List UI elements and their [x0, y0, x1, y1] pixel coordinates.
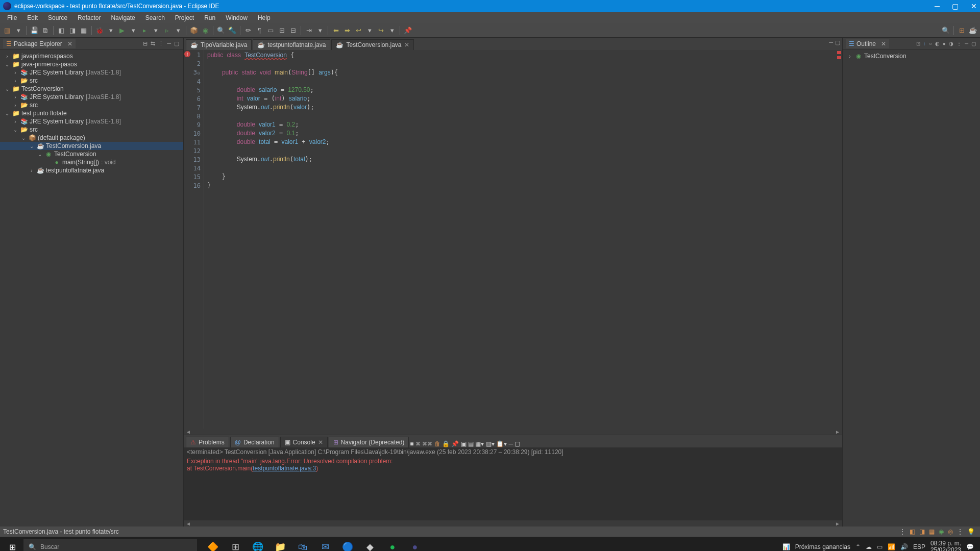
start-button[interactable]: ⊞ [2, 539, 22, 551]
tree-src[interactable]: ›📂src [0, 101, 183, 109]
taskbar-app-eclipse[interactable]: ● [404, 537, 426, 551]
close-icon[interactable]: ✕ [67, 40, 72, 47]
taskbar-app-copilot[interactable]: ◆ [359, 537, 381, 551]
tree-project[interactable]: ⌄📁java-primeros-pasos [0, 60, 183, 68]
editor-tab-active[interactable]: ☕TestConversion.java✕ [331, 39, 413, 50]
remove-launch-button[interactable]: ✖ [415, 440, 421, 447]
weather-icon[interactable]: 📊 [782, 543, 790, 550]
taskbar-app-explorer[interactable]: 📁 [270, 537, 291, 551]
remove-all-button[interactable]: ✖✖ [422, 440, 432, 447]
editor-hscroll[interactable]: ◄► [184, 429, 842, 435]
sort-button[interactable]: ↕ [922, 41, 927, 46]
tray-chevron[interactable]: ⌃ [855, 543, 861, 550]
maximize-view-button[interactable]: ▢ [173, 40, 180, 47]
taskbar-app-spotify[interactable]: ● [382, 537, 403, 551]
run-dropdown[interactable]: ▾ [128, 26, 138, 36]
view-menu-button[interactable]: ⋮ [955, 41, 963, 46]
outline-tab[interactable]: ☰ Outline ✕ [846, 39, 889, 48]
dropdown-icon[interactable]: ▾ [492, 440, 495, 447]
new-button[interactable]: ▥ [2, 26, 12, 36]
toggle-block-button[interactable]: ▭ [265, 26, 276, 36]
open-type-button[interactable]: 🔍 [216, 26, 226, 36]
clear-console-button[interactable]: 🗑 [434, 440, 440, 447]
hide-static-button[interactable]: ◐ [934, 41, 941, 46]
hide-fields-button[interactable]: ○ [928, 41, 933, 46]
volume-icon[interactable]: 🔊 [900, 543, 908, 550]
code-area[interactable]: public class TestConversion { public sta… [204, 50, 842, 429]
maximize-view-button[interactable]: ▢ [970, 41, 977, 46]
toggle-button-3[interactable]: ▦ [79, 26, 89, 36]
status-btn-3[interactable]: ▦ [927, 528, 937, 535]
tree-file[interactable]: ›☕testpuntoflatnate.java [0, 166, 183, 174]
wifi-icon[interactable]: 📶 [888, 543, 895, 550]
menu-navigate[interactable]: Navigate [107, 13, 139, 22]
last-edit-button[interactable]: ↩ [353, 26, 363, 36]
link-editor-button[interactable]: ⇆ [150, 40, 156, 47]
save-all-button[interactable]: 🗎 [40, 26, 51, 36]
console-menu-button[interactable]: 📋 [496, 440, 504, 447]
toggle-word-button[interactable]: ⊞ [277, 26, 287, 36]
project-tree[interactable]: ›📁javaprimerospasos ⌄📁java-primeros-paso… [0, 50, 183, 527]
weather-text[interactable]: Próximas ganancias [795, 543, 850, 550]
quick-access-button[interactable]: 🔍 [941, 26, 951, 36]
terminate-button[interactable]: ■ [410, 440, 413, 447]
menu-project[interactable]: Project [171, 13, 198, 22]
debug-button[interactable]: 🐞 [94, 26, 105, 36]
tip-of-day-button[interactable]: 💡 [965, 528, 977, 535]
hide-nonpublic-button[interactable]: ● [942, 41, 947, 46]
tree-project[interactable]: ›📁javaprimerospasos [0, 52, 183, 60]
error-margin[interactable]: ! [184, 50, 190, 429]
view-menu-button[interactable]: ⋮ [157, 40, 165, 47]
forward-hist-dropdown[interactable]: ▾ [387, 26, 397, 36]
tree-library[interactable]: ›📚JRE System Library [JavaSE-1.8] [0, 93, 183, 101]
outline-tree[interactable]: ›◉TestConversion [843, 50, 980, 527]
declaration-tab[interactable]: @Declaration [230, 437, 279, 447]
code-editor[interactable]: ! 1 2 3⊖ 4 5 6 7 8 9 10 11 12 13 14 15 1… [184, 50, 842, 429]
editor-tab[interactable]: ☕testpuntoflatnate.java [253, 39, 330, 50]
dropdown-icon[interactable]: ▾ [481, 440, 484, 447]
maximize-console-button[interactable]: ▢ [514, 440, 520, 447]
maximize-editor-button[interactable]: ▢ [835, 39, 840, 46]
tree-class[interactable]: ›◉TestConversion [843, 52, 980, 60]
menu-run[interactable]: Run [200, 13, 219, 22]
dropdown-icon[interactable]: ▾ [504, 440, 507, 447]
tree-file-selected[interactable]: ⌄☕TestConversion.java [0, 142, 183, 150]
close-button[interactable]: ✕ [971, 2, 977, 10]
tree-package[interactable]: ⌄📦(default package) [0, 134, 183, 142]
minimize-console-button[interactable]: ─ [508, 440, 513, 447]
focus-button[interactable]: ⊡ [915, 41, 921, 46]
taskbar-app-edge[interactable]: 🌐 [247, 537, 268, 551]
last-edit-dropdown[interactable]: ▾ [364, 26, 375, 36]
status-btn-4[interactable]: ◉ [937, 528, 946, 535]
minimize-button[interactable]: ─ [935, 2, 940, 10]
close-icon[interactable]: ✕ [404, 41, 409, 48]
notifications-icon[interactable]: 💬 [966, 543, 974, 550]
back-button[interactable]: ⬅ [331, 26, 341, 36]
tree-class[interactable]: ⌄◉TestConversion [0, 150, 183, 158]
taskbar-app-store[interactable]: 🛍 [292, 537, 313, 551]
editor-tab[interactable]: ☕TipoVariable.java [186, 39, 252, 50]
taskbar-app-mail[interactable]: ✉ [314, 537, 336, 551]
perspective-button[interactable]: ⊞ [957, 26, 967, 36]
taskbar-app-vlc[interactable]: 🔶 [202, 537, 224, 551]
toggle-ws-button[interactable]: ¶ [254, 26, 264, 36]
status-btn-2[interactable]: ◨ [917, 528, 927, 535]
search-button[interactable]: 🔦 [227, 26, 237, 36]
save-button[interactable]: 💾 [29, 26, 39, 36]
stacktrace-link[interactable]: testpuntoflatnate.java:3 [253, 465, 316, 472]
next-annot-button[interactable]: ⇥ [304, 26, 314, 36]
toggle-button-1[interactable]: ◧ [56, 26, 66, 36]
navigator-tab[interactable]: ⊞Navigator (Deprecated) [329, 437, 409, 447]
tree-src[interactable]: ⌄📂src [0, 126, 183, 134]
new-console-button[interactable]: ▥ [486, 440, 492, 447]
pin-console-button[interactable]: 📌 [451, 440, 459, 447]
open-console-button[interactable]: ▤ [468, 440, 474, 447]
menu-window[interactable]: Window [222, 13, 252, 22]
minimize-view-button[interactable]: ─ [166, 40, 172, 47]
line-gutter[interactable]: 1 2 3⊖ 4 5 6 7 8 9 10 11 12 13 14 15 16 [190, 50, 204, 429]
maximize-button[interactable]: ▢ [952, 2, 959, 10]
onedrive-icon[interactable]: ☁ [866, 543, 872, 550]
error-icon[interactable]: ! [184, 51, 190, 57]
display-console-button[interactable]: ▣ [461, 440, 467, 447]
coverage-button[interactable]: ▸ [139, 26, 150, 36]
